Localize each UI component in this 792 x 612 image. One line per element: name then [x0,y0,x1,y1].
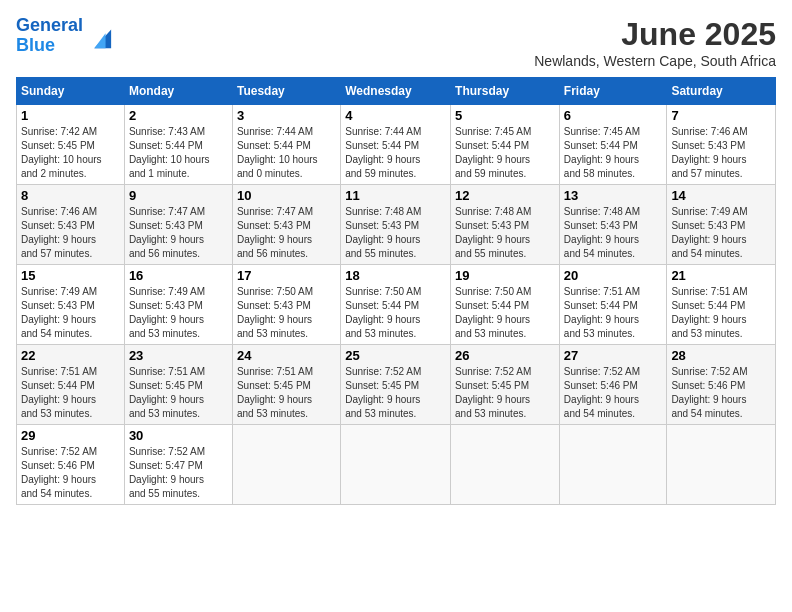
calendar-cell [559,425,667,505]
cell-details: Sunrise: 7:52 AMSunset: 5:47 PMDaylight:… [129,445,228,501]
column-header-thursday: Thursday [451,78,560,105]
calendar-cell [451,425,560,505]
day-number: 30 [129,428,228,443]
calendar-cell: 21Sunrise: 7:51 AMSunset: 5:44 PMDayligh… [667,265,776,345]
calendar-cell: 5Sunrise: 7:45 AMSunset: 5:44 PMDaylight… [451,105,560,185]
day-number: 9 [129,188,228,203]
calendar-cell: 3Sunrise: 7:44 AMSunset: 5:44 PMDaylight… [232,105,340,185]
calendar-cell: 16Sunrise: 7:49 AMSunset: 5:43 PMDayligh… [124,265,232,345]
day-number: 19 [455,268,555,283]
cell-details: Sunrise: 7:45 AMSunset: 5:44 PMDaylight:… [455,125,555,181]
day-number: 25 [345,348,446,363]
cell-details: Sunrise: 7:42 AMSunset: 5:45 PMDaylight:… [21,125,120,181]
cell-details: Sunrise: 7:45 AMSunset: 5:44 PMDaylight:… [564,125,663,181]
calendar-cell: 26Sunrise: 7:52 AMSunset: 5:45 PMDayligh… [451,345,560,425]
calendar-cell: 29Sunrise: 7:52 AMSunset: 5:46 PMDayligh… [17,425,125,505]
week-row-1: 1Sunrise: 7:42 AMSunset: 5:45 PMDaylight… [17,105,776,185]
column-header-monday: Monday [124,78,232,105]
calendar-cell: 25Sunrise: 7:52 AMSunset: 5:45 PMDayligh… [341,345,451,425]
column-header-tuesday: Tuesday [232,78,340,105]
svg-marker-1 [94,33,105,48]
calendar-cell: 7Sunrise: 7:46 AMSunset: 5:43 PMDaylight… [667,105,776,185]
day-number: 13 [564,188,663,203]
calendar-cell: 20Sunrise: 7:51 AMSunset: 5:44 PMDayligh… [559,265,667,345]
cell-details: Sunrise: 7:52 AMSunset: 5:46 PMDaylight:… [671,365,771,421]
calendar-header-row: SundayMondayTuesdayWednesdayThursdayFrid… [17,78,776,105]
day-number: 16 [129,268,228,283]
calendar-table: SundayMondayTuesdayWednesdayThursdayFrid… [16,77,776,505]
day-number: 12 [455,188,555,203]
calendar-cell: 15Sunrise: 7:49 AMSunset: 5:43 PMDayligh… [17,265,125,345]
logo-line2: Blue [16,35,55,55]
calendar-cell: 30Sunrise: 7:52 AMSunset: 5:47 PMDayligh… [124,425,232,505]
cell-details: Sunrise: 7:50 AMSunset: 5:43 PMDaylight:… [237,285,336,341]
logo-icon [85,22,113,50]
cell-details: Sunrise: 7:48 AMSunset: 5:43 PMDaylight:… [345,205,446,261]
day-number: 1 [21,108,120,123]
week-row-4: 22Sunrise: 7:51 AMSunset: 5:44 PMDayligh… [17,345,776,425]
cell-details: Sunrise: 7:49 AMSunset: 5:43 PMDaylight:… [129,285,228,341]
calendar-cell: 22Sunrise: 7:51 AMSunset: 5:44 PMDayligh… [17,345,125,425]
column-header-sunday: Sunday [17,78,125,105]
day-number: 22 [21,348,120,363]
calendar-cell: 12Sunrise: 7:48 AMSunset: 5:43 PMDayligh… [451,185,560,265]
day-number: 29 [21,428,120,443]
cell-details: Sunrise: 7:49 AMSunset: 5:43 PMDaylight:… [671,205,771,261]
day-number: 6 [564,108,663,123]
calendar-cell: 27Sunrise: 7:52 AMSunset: 5:46 PMDayligh… [559,345,667,425]
calendar-cell [341,425,451,505]
calendar-cell: 18Sunrise: 7:50 AMSunset: 5:44 PMDayligh… [341,265,451,345]
month-title: June 2025 [534,16,776,53]
column-header-wednesday: Wednesday [341,78,451,105]
calendar-cell: 14Sunrise: 7:49 AMSunset: 5:43 PMDayligh… [667,185,776,265]
cell-details: Sunrise: 7:48 AMSunset: 5:43 PMDaylight:… [564,205,663,261]
day-number: 24 [237,348,336,363]
cell-details: Sunrise: 7:46 AMSunset: 5:43 PMDaylight:… [21,205,120,261]
title-area: June 2025 Newlands, Western Cape, South … [534,16,776,69]
calendar-cell [667,425,776,505]
cell-details: Sunrise: 7:51 AMSunset: 5:45 PMDaylight:… [237,365,336,421]
day-number: 21 [671,268,771,283]
day-number: 23 [129,348,228,363]
calendar-cell: 4Sunrise: 7:44 AMSunset: 5:44 PMDaylight… [341,105,451,185]
cell-details: Sunrise: 7:52 AMSunset: 5:46 PMDaylight:… [21,445,120,501]
column-header-friday: Friday [559,78,667,105]
calendar-cell: 13Sunrise: 7:48 AMSunset: 5:43 PMDayligh… [559,185,667,265]
calendar-cell: 2Sunrise: 7:43 AMSunset: 5:44 PMDaylight… [124,105,232,185]
week-row-5: 29Sunrise: 7:52 AMSunset: 5:46 PMDayligh… [17,425,776,505]
day-number: 10 [237,188,336,203]
day-number: 3 [237,108,336,123]
cell-details: Sunrise: 7:43 AMSunset: 5:44 PMDaylight:… [129,125,228,181]
calendar-cell: 24Sunrise: 7:51 AMSunset: 5:45 PMDayligh… [232,345,340,425]
column-header-saturday: Saturday [667,78,776,105]
cell-details: Sunrise: 7:48 AMSunset: 5:43 PMDaylight:… [455,205,555,261]
calendar-cell: 17Sunrise: 7:50 AMSunset: 5:43 PMDayligh… [232,265,340,345]
cell-details: Sunrise: 7:52 AMSunset: 5:45 PMDaylight:… [345,365,446,421]
day-number: 20 [564,268,663,283]
calendar-cell: 9Sunrise: 7:47 AMSunset: 5:43 PMDaylight… [124,185,232,265]
day-number: 7 [671,108,771,123]
cell-details: Sunrise: 7:44 AMSunset: 5:44 PMDaylight:… [237,125,336,181]
logo-line1: General [16,15,83,35]
cell-details: Sunrise: 7:50 AMSunset: 5:44 PMDaylight:… [455,285,555,341]
cell-details: Sunrise: 7:51 AMSunset: 5:44 PMDaylight:… [564,285,663,341]
cell-details: Sunrise: 7:51 AMSunset: 5:44 PMDaylight:… [671,285,771,341]
week-row-3: 15Sunrise: 7:49 AMSunset: 5:43 PMDayligh… [17,265,776,345]
cell-details: Sunrise: 7:51 AMSunset: 5:45 PMDaylight:… [129,365,228,421]
day-number: 5 [455,108,555,123]
cell-details: Sunrise: 7:49 AMSunset: 5:43 PMDaylight:… [21,285,120,341]
day-number: 8 [21,188,120,203]
header: General Blue June 2025 Newlands, Western… [16,16,776,69]
location-title: Newlands, Western Cape, South Africa [534,53,776,69]
cell-details: Sunrise: 7:47 AMSunset: 5:43 PMDaylight:… [237,205,336,261]
cell-details: Sunrise: 7:52 AMSunset: 5:45 PMDaylight:… [455,365,555,421]
cell-details: Sunrise: 7:51 AMSunset: 5:44 PMDaylight:… [21,365,120,421]
day-number: 14 [671,188,771,203]
cell-details: Sunrise: 7:52 AMSunset: 5:46 PMDaylight:… [564,365,663,421]
logo: General Blue [16,16,113,56]
calendar-cell: 6Sunrise: 7:45 AMSunset: 5:44 PMDaylight… [559,105,667,185]
calendar-cell: 19Sunrise: 7:50 AMSunset: 5:44 PMDayligh… [451,265,560,345]
day-number: 11 [345,188,446,203]
calendar-body: 1Sunrise: 7:42 AMSunset: 5:45 PMDaylight… [17,105,776,505]
day-number: 4 [345,108,446,123]
